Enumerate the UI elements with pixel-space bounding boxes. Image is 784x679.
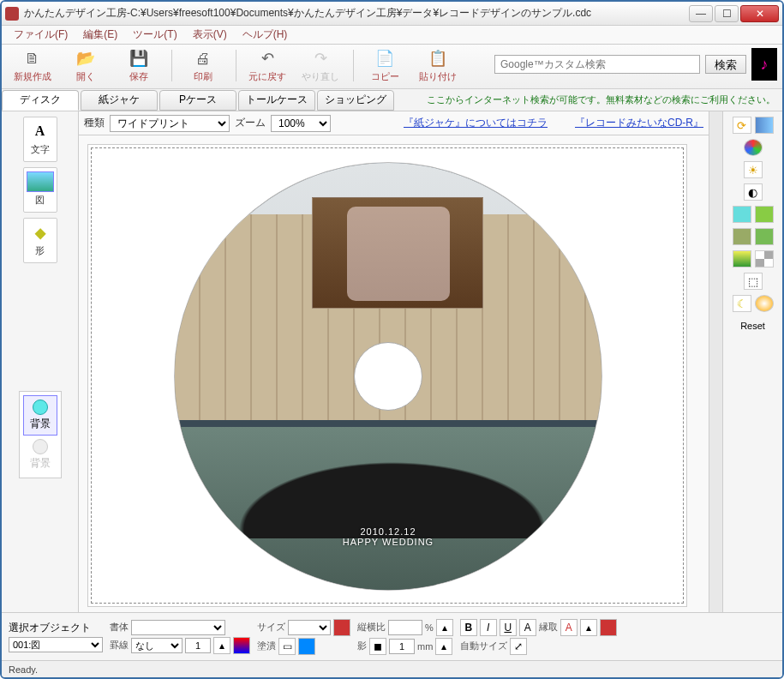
open-button[interactable]: 📂開く bbox=[60, 48, 111, 83]
background-on-button[interactable]: 背景 bbox=[23, 395, 57, 436]
search-input[interactable] bbox=[494, 55, 700, 74]
close-button[interactable]: ✕ bbox=[740, 5, 779, 22]
effect-1-icon[interactable] bbox=[733, 206, 751, 223]
fill-color-button[interactable] bbox=[298, 638, 315, 655]
open-icon: 📂 bbox=[75, 48, 96, 69]
line-width-input[interactable] bbox=[185, 638, 211, 653]
stroke-button[interactable]: A bbox=[560, 619, 578, 636]
copy-button[interactable]: 📄コピー bbox=[359, 48, 410, 83]
reset-button[interactable]: Reset bbox=[740, 321, 765, 331]
image-icon bbox=[27, 171, 54, 192]
zoom-select[interactable]: 100% bbox=[271, 115, 331, 132]
contrast-icon[interactable]: ◐ bbox=[744, 183, 763, 201]
flip-icon[interactable] bbox=[755, 117, 774, 134]
type-select[interactable]: ワイドプリント bbox=[110, 115, 230, 132]
menu-help[interactable]: ヘルプ(H) bbox=[236, 26, 295, 44]
disc-label[interactable]: 2010.12.12 HAPPY WEDDING bbox=[174, 162, 602, 591]
main-toolbar: 🗎新規作成 📂開く 💾保存 🖨印刷 ↶元に戻す ↷やり直し 📄コピー 📋貼り付け… bbox=[2, 45, 782, 89]
tab-paperjacket[interactable]: 紙ジャケ bbox=[81, 90, 158, 111]
search-button[interactable]: 検索 bbox=[705, 55, 746, 74]
autosize-button[interactable]: ⤢ bbox=[510, 638, 527, 655]
text-tool[interactable]: A 文字 bbox=[23, 117, 57, 162]
photo-gondola bbox=[218, 453, 567, 538]
line-label: 罫線 bbox=[110, 639, 129, 652]
undo-button[interactable]: ↶元に戻す bbox=[242, 48, 293, 83]
fill-label: 塗潰 bbox=[257, 640, 276, 652]
canvas-area[interactable]: 2010.12.12 HAPPY WEDDING bbox=[79, 135, 709, 612]
color-palette-icon[interactable] bbox=[744, 139, 763, 156]
new-button[interactable]: 🗎新規作成 bbox=[7, 48, 58, 83]
disc-background: 2010.12.12 HAPPY WEDDING bbox=[97, 153, 679, 599]
link-paperjacket[interactable]: 『紙ジャケ』についてはコチラ bbox=[404, 116, 548, 130]
sharpen-icon[interactable]: ⬚ bbox=[744, 273, 763, 290]
paste-button[interactable]: 📋貼り付け bbox=[412, 48, 464, 83]
effect-2-icon[interactable] bbox=[755, 206, 774, 223]
print-icon: 🖨 bbox=[193, 48, 213, 69]
size-label: サイズ bbox=[257, 621, 285, 634]
vertical-scrollbar[interactable] bbox=[709, 111, 722, 612]
rotate-icon[interactable]: ⟳ bbox=[733, 117, 751, 134]
circle-gradient-icon[interactable] bbox=[755, 295, 774, 312]
underline-button[interactable]: U bbox=[500, 619, 517, 636]
right-sidebar: ⟳ ☀ ◐ bbox=[722, 111, 782, 612]
pixel-icon[interactable] bbox=[755, 250, 774, 267]
background-off-icon bbox=[33, 439, 48, 454]
shadow-toggle[interactable]: ◼ bbox=[369, 638, 386, 655]
aspect-input[interactable] bbox=[388, 620, 422, 635]
menu-edit[interactable]: 編集(E) bbox=[76, 26, 124, 44]
ad-banner[interactable]: ♪ bbox=[751, 48, 777, 81]
tab-disc[interactable]: ディスク bbox=[2, 90, 79, 111]
line-color-button[interactable] bbox=[233, 637, 250, 654]
tab-shopping[interactable]: ショッピング bbox=[317, 90, 394, 111]
size-select[interactable] bbox=[288, 620, 331, 635]
stroke-color-button[interactable] bbox=[600, 619, 617, 636]
brightness-icon[interactable]: ☀ bbox=[744, 161, 763, 178]
save-button[interactable]: 💾保存 bbox=[113, 48, 165, 83]
moon-icon[interactable]: ☾ bbox=[733, 295, 751, 312]
line-width-stepper[interactable]: ▴ bbox=[213, 637, 230, 654]
size-color-button[interactable] bbox=[333, 619, 350, 636]
gradient-icon[interactable] bbox=[733, 250, 751, 267]
redo-button[interactable]: ↷やり直し bbox=[295, 48, 346, 83]
type-label: 種類 bbox=[84, 116, 105, 130]
bold-button[interactable]: B bbox=[460, 619, 477, 636]
save-icon: 💾 bbox=[129, 48, 149, 69]
selection-select[interactable]: 001:図 bbox=[9, 637, 103, 652]
autosize-label: 自動サイズ bbox=[460, 640, 507, 652]
menu-file[interactable]: ファイル(F) bbox=[7, 26, 75, 44]
menu-tool[interactable]: ツール(T) bbox=[126, 26, 183, 44]
menubar: ファイル(F) 編集(E) ツール(T) 表示(V) ヘルプ(H) bbox=[2, 26, 782, 45]
background-off-button[interactable]: 背景 bbox=[23, 436, 57, 474]
link-record-cdr[interactable]: 『レコードみたいなCD-R』 bbox=[575, 116, 703, 130]
titlebar: かんたんデザイン工房-C:¥Users¥freesoft100¥Document… bbox=[2, 2, 782, 26]
separator bbox=[353, 50, 354, 81]
inset-photo bbox=[312, 197, 483, 309]
disc-caption-text: HAPPY WEDDING bbox=[175, 537, 601, 547]
font-color-button[interactable]: A bbox=[519, 619, 536, 636]
stroke-stepper[interactable]: ▴ bbox=[580, 619, 597, 636]
minimize-button[interactable]: — bbox=[689, 5, 713, 22]
effect-4-icon[interactable] bbox=[755, 228, 774, 245]
options-bar: 種類 ワイドプリント ズーム 100% 『紙ジャケ』についてはコチラ 『レコード… bbox=[79, 111, 709, 135]
app-icon bbox=[5, 7, 19, 21]
toolbar-right: 検索 ♪ bbox=[494, 48, 777, 81]
effect-3-icon[interactable] bbox=[733, 228, 751, 245]
maximize-button[interactable]: ☐ bbox=[715, 5, 739, 22]
menu-view[interactable]: 表示(V) bbox=[186, 26, 234, 44]
font-label: 書体 bbox=[110, 621, 129, 634]
font-select[interactable] bbox=[131, 620, 225, 635]
italic-button[interactable]: I bbox=[480, 619, 497, 636]
disc-date: 2010.12.12 bbox=[175, 526, 601, 537]
aspect-stepper[interactable]: ▴ bbox=[436, 619, 453, 636]
line-style-select[interactable]: なし bbox=[131, 638, 183, 653]
shape-tool[interactable]: ◆ 形 bbox=[23, 218, 57, 263]
image-tool[interactable]: 図 bbox=[23, 167, 57, 213]
print-button[interactable]: 🖨印刷 bbox=[177, 48, 229, 83]
status-bar: Ready. bbox=[2, 660, 782, 677]
shadow-label: 影 bbox=[357, 640, 367, 652]
shadow-value-input[interactable] bbox=[389, 639, 415, 654]
tab-pcase[interactable]: Pケース bbox=[159, 90, 236, 111]
tab-tallcase[interactable]: トールケース bbox=[238, 90, 315, 111]
fill-none-button[interactable]: ▭ bbox=[278, 638, 296, 655]
shadow-stepper[interactable]: ▴ bbox=[435, 638, 452, 655]
